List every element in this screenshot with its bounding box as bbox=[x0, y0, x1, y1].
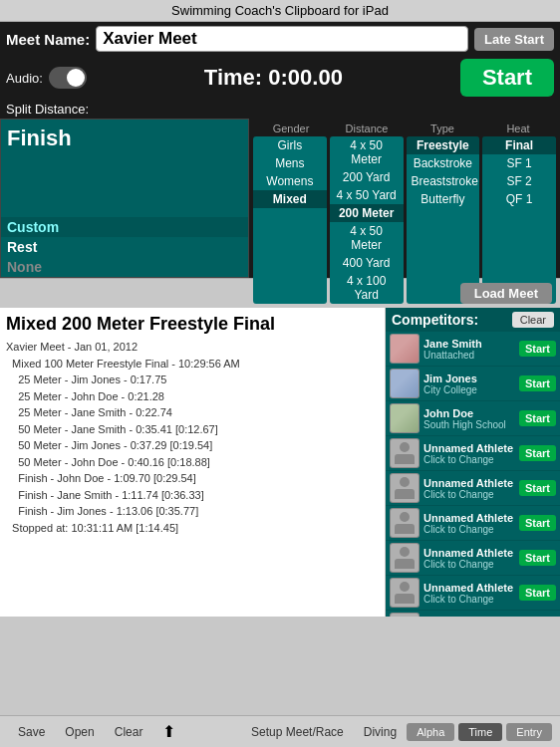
competitor-avatar bbox=[390, 508, 420, 538]
avatar-placeholder bbox=[391, 509, 419, 537]
competitor-name: Unnamed Athlete bbox=[423, 477, 515, 489]
toolbar-right: Alpha Time Entry bbox=[407, 723, 552, 741]
competitor-sub: Click to Change bbox=[423, 594, 515, 605]
finish-option-none[interactable]: None bbox=[1, 257, 248, 277]
competitor-info: John DoeSouth High School bbox=[423, 407, 515, 430]
type-butterfly[interactable]: Butterfly bbox=[407, 190, 480, 208]
dist-200m[interactable]: 200 Meter bbox=[330, 204, 404, 222]
competitors-clear-button[interactable]: Clear bbox=[512, 312, 554, 328]
competitor-start-button[interactable]: Start bbox=[519, 445, 556, 461]
competitor-name: Unnamed Athlete bbox=[423, 582, 515, 594]
competitor-info: Unnamed AthleteClick to Change bbox=[423, 477, 515, 500]
competitor-item: Unnamed AthleteClick to ChangeStart bbox=[386, 436, 560, 471]
avatar-placeholder bbox=[391, 614, 419, 617]
gender-girls[interactable]: Girls bbox=[253, 136, 327, 154]
competitor-item: Jane SmithUnattachedStart bbox=[386, 332, 560, 367]
heat-sf2[interactable]: SF 2 bbox=[482, 172, 556, 190]
dist-4x50m2[interactable]: 4 x 50 Meter bbox=[330, 222, 404, 254]
finish-option-custom[interactable]: Custom bbox=[1, 217, 248, 237]
type-breaststroke[interactable]: Breaststroke bbox=[407, 172, 480, 190]
competitor-start-button[interactable]: Start bbox=[519, 585, 556, 601]
content-area: Finish Custom Rest None Gender Distance … bbox=[0, 119, 560, 278]
competitor-name: Unnamed Athlete bbox=[423, 547, 515, 559]
dist-4x100y[interactable]: 4 x 100 Yard bbox=[330, 272, 404, 304]
open-button[interactable]: Open bbox=[55, 723, 104, 741]
main-split: Mixed 200 Meter Freestyle Final Xavier M… bbox=[0, 308, 560, 617]
type-backstroke[interactable]: Backstroke bbox=[407, 154, 480, 172]
late-start-button[interactable]: Late Start bbox=[474, 28, 554, 51]
split-distance-label: Split Distance: bbox=[6, 102, 89, 117]
competitor-info: Unnamed AthleteClick to Change bbox=[423, 512, 515, 535]
timer-value: 0:00.00 bbox=[268, 65, 343, 90]
clear-button[interactable]: Clear bbox=[105, 723, 153, 741]
type-freestyle[interactable]: Freestyle bbox=[407, 136, 480, 154]
competitor-name: Unnamed Athlete bbox=[423, 442, 515, 454]
heat-qf1[interactable]: QF 1 bbox=[482, 190, 556, 208]
heat-sf1[interactable]: SF 1 bbox=[482, 154, 556, 172]
gender-womens[interactable]: Womens bbox=[253, 172, 327, 190]
start-button[interactable]: Start bbox=[460, 59, 554, 97]
toggle-knob bbox=[67, 69, 85, 87]
finish-option-rest[interactable]: Rest bbox=[1, 237, 248, 257]
competitor-start-button[interactable]: Start bbox=[519, 480, 556, 496]
save-button[interactable]: Save bbox=[8, 723, 55, 741]
load-meet-button[interactable]: Load Meet bbox=[460, 283, 552, 304]
meet-name-input[interactable] bbox=[96, 26, 468, 52]
competitor-item: Jim JonesCity CollegeStart bbox=[386, 367, 560, 401]
picker-header-distance: Distance bbox=[329, 123, 405, 134]
competitor-sub: South High School bbox=[423, 419, 515, 430]
competitors-panel: Competitors: Clear Jane SmithUnattachedS… bbox=[386, 308, 560, 617]
competitor-sub: Click to Change bbox=[423, 559, 515, 570]
split-distance-row: Split Distance: bbox=[0, 100, 560, 119]
competitor-start-button[interactable]: Start bbox=[519, 515, 556, 531]
avatar-placeholder bbox=[391, 474, 419, 502]
timer-label: Time: bbox=[204, 65, 262, 90]
audio-toggle[interactable] bbox=[49, 67, 87, 89]
competitor-item: Unnamed AthleteClick to ChangeStart bbox=[386, 506, 560, 541]
diving-button[interactable]: Diving bbox=[354, 723, 407, 741]
competitor-info: Unnamed AthleteClick to Change bbox=[423, 547, 515, 570]
type-picker[interactable]: Freestyle Backstroke Breaststroke Butter… bbox=[407, 136, 480, 304]
dist-4x50m[interactable]: 4 x 50 Meter bbox=[330, 136, 404, 168]
competitor-info: Unnamed AthleteClick to Change bbox=[423, 442, 515, 465]
competitor-avatar bbox=[390, 438, 420, 468]
heat-final[interactable]: Final bbox=[482, 136, 556, 154]
competitor-name: Jane Smith bbox=[423, 338, 515, 350]
dist-400y[interactable]: 400 Yard bbox=[330, 254, 404, 272]
avatar-placeholder bbox=[391, 544, 419, 572]
dist-200y[interactable]: 200 Yard bbox=[330, 168, 404, 186]
competitor-start-button[interactable]: Start bbox=[519, 550, 556, 566]
time-tab-button[interactable]: Time bbox=[458, 723, 502, 741]
competitor-item: Unnamed AthleteClick to ChangeStart bbox=[386, 576, 560, 611]
entry-tab-button[interactable]: Entry bbox=[506, 723, 552, 741]
competitor-name: Unnamed Athlete bbox=[423, 512, 515, 524]
competitors-label: Competitors: bbox=[392, 312, 512, 328]
alpha-tab-button[interactable]: Alpha bbox=[407, 723, 454, 741]
competitor-sub: Click to Change bbox=[423, 454, 515, 465]
distance-picker[interactable]: 4 x 50 Meter 200 Yard 4 x 50 Yard 200 Me… bbox=[330, 136, 404, 304]
competitor-item: John DoeSouth High SchoolStart bbox=[386, 401, 560, 436]
competitor-sub: Click to Change bbox=[423, 524, 515, 535]
upload-button[interactable]: ⬆ bbox=[152, 720, 185, 743]
heat-picker[interactable]: Final SF 1 SF 2 QF 1 bbox=[482, 136, 556, 304]
dist-4x50y[interactable]: 4 x 50 Yard bbox=[330, 186, 404, 204]
gender-mixed[interactable]: Mixed bbox=[253, 190, 327, 208]
competitor-avatar bbox=[390, 369, 420, 398]
gender-picker[interactable]: Girls Mens Womens Mixed bbox=[253, 136, 327, 304]
competitor-start-button[interactable]: Start bbox=[519, 375, 556, 391]
competitor-name: Unnamed Athlete bbox=[423, 617, 515, 618]
competitor-start-button[interactable]: Start bbox=[519, 410, 556, 426]
gender-mens[interactable]: Mens bbox=[253, 154, 327, 172]
avatar-photo bbox=[391, 335, 419, 363]
competitor-start-button[interactable]: Start bbox=[519, 341, 556, 357]
picker-header-type: Type bbox=[405, 123, 480, 134]
setup-meet-race-button[interactable]: Setup Meet/Race bbox=[241, 723, 354, 741]
picker-headers: Gender Distance Type Heat bbox=[253, 121, 556, 136]
results-title: Mixed 200 Meter Freestyle Final bbox=[6, 314, 379, 335]
competitor-avatar bbox=[390, 613, 420, 617]
left-panel: Finish Custom Rest None bbox=[0, 119, 249, 278]
competitor-avatar bbox=[390, 334, 420, 364]
results-text: Xavier Meet - Jan 01, 2012 Mixed 100 Met… bbox=[6, 339, 379, 536]
timer-row: Audio: Time: 0:00.00 Start bbox=[0, 56, 560, 100]
avatar-placeholder bbox=[391, 439, 419, 467]
